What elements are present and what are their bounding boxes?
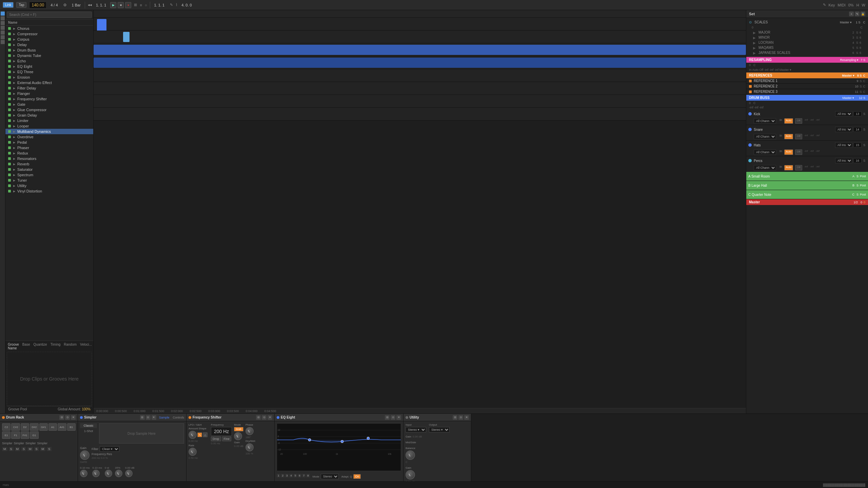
- sidebar-icon-session[interactable]: [1, 12, 5, 16]
- scale-play[interactable]: ▶: [753, 36, 756, 39]
- simpler-close[interactable]: ✕: [152, 415, 156, 420]
- return-header-a[interactable]: A Small Room A S Post: [746, 172, 868, 181]
- adaptq-toggle[interactable]: On: [353, 474, 361, 479]
- wave-sine[interactable]: ∿: [197, 432, 202, 437]
- track-off-btn[interactable]: Off: [795, 134, 802, 139]
- browser-item-vinyl-distortion[interactable]: ▶Vinyl Distortion: [5, 188, 93, 194]
- solo4-label[interactable]: S: [47, 447, 52, 451]
- wave-tri[interactable]: △: [203, 432, 208, 437]
- browser-item-overdrive[interactable]: ▶Overdrive: [5, 134, 93, 140]
- track-content-1[interactable]: [94, 30, 746, 43]
- filter-type-select[interactable]: Clean ▾: [100, 446, 119, 452]
- set-edit-icon[interactable]: ✎: [855, 12, 860, 16]
- pad-c2[interactable]: C2: [2, 423, 11, 431]
- session-icon[interactable]: ⊞: [134, 3, 137, 7]
- gain-knob[interactable]: [80, 450, 90, 460]
- browser-item-phaser[interactable]: ▶Phaser: [5, 145, 93, 150]
- eq-band-5[interactable]: 5: [294, 474, 297, 477]
- browser-item-resonators[interactable]: ▶Resonators: [5, 156, 93, 161]
- pad-d2[interactable]: D2: [21, 423, 29, 431]
- eq-close[interactable]: ✕: [396, 415, 401, 420]
- set-add-icon[interactable]: +: [849, 12, 854, 16]
- reference-row-reference-1[interactable]: REFERENCE 1 9 S C: [746, 78, 868, 84]
- balance-knob[interactable]: [406, 450, 415, 460]
- utility-hot[interactable]: ⊙: [458, 415, 463, 420]
- sidebar-icon-instruments[interactable]: [1, 26, 5, 30]
- eq-band-7[interactable]: 7: [302, 474, 305, 477]
- browser-item-filter-delay[interactable]: ▶Filter Delay: [5, 85, 93, 91]
- link-button[interactable]: Link: [3, 2, 14, 8]
- browser-item-delay[interactable]: ▶Delay: [5, 42, 93, 47]
- mute-label[interactable]: M: [2, 447, 7, 451]
- reference-row-reference-2[interactable]: REFERENCE 2 10 S C: [746, 84, 868, 89]
- gain-knob-fs[interactable]: [234, 432, 242, 440]
- eq-band-4[interactable]: 4: [289, 474, 293, 477]
- browser-item-multiband-dynamics[interactable]: ▶Multiband Dynamics: [5, 129, 93, 134]
- fine-btn[interactable]: Fine: [222, 436, 232, 441]
- browser-item-redux[interactable]: ▶Redux: [5, 150, 93, 156]
- scale-item-japanese-scales[interactable]: ▶ JAPANESE SCALES 6 S 6: [749, 50, 865, 55]
- mute2-label[interactable]: M: [15, 447, 20, 451]
- browser-item-external-audio-effect[interactable]: ▶External Audio Effect: [5, 80, 93, 85]
- eq-band-1[interactable]: 1: [277, 474, 280, 477]
- sidebar-icon-browser[interactable]: [1, 21, 5, 25]
- mute3-label[interactable]: M: [27, 447, 33, 451]
- track-routing-select[interactable]: All Ins: [835, 111, 852, 117]
- browser-item-looper[interactable]: ▶Looper: [5, 123, 93, 129]
- freq-shifter-fold[interactable]: ⊟: [256, 415, 261, 420]
- freq-shifter-close[interactable]: ✕: [268, 415, 272, 420]
- eq-band-8[interactable]: 8: [306, 474, 310, 477]
- track-content-4[interactable]: [94, 69, 746, 82]
- stop-button[interactable]: ■: [118, 2, 124, 8]
- controls-tab[interactable]: Controls: [173, 416, 184, 419]
- scale-play[interactable]: ▶: [753, 51, 756, 55]
- track-input-select[interactable]: All Chann: [754, 134, 776, 139]
- browser-item-echo[interactable]: ▶Echo: [5, 58, 93, 64]
- return-header-b[interactable]: B Large Hall B S Post: [746, 181, 868, 190]
- track-s[interactable]: S: [863, 127, 866, 131]
- arrow-back[interactable]: ◂◂: [88, 3, 92, 7]
- scale-item-locrian[interactable]: ▶ LOCRIAN 4 S 6: [749, 40, 865, 45]
- eq-mode-select[interactable]: Stereo: [321, 474, 339, 479]
- groove-tab-2[interactable]: Quantize: [33, 342, 48, 350]
- track-s[interactable]: S: [863, 112, 866, 116]
- pad-b1[interactable]: B1: [67, 423, 76, 431]
- track-mode-btn[interactable]: Auto: [784, 149, 793, 155]
- track-content-0[interactable]: [94, 18, 746, 30]
- track-header-hats[interactable]: Hats All Ins 15 S: [746, 141, 868, 149]
- solo-label[interactable]: S: [9, 447, 14, 451]
- scale-item-minor[interactable]: ▶ MINOR 3 S 6: [749, 35, 865, 40]
- pad-cs2[interactable]: C#2: [11, 423, 20, 431]
- track-input-select[interactable]: All Chann: [754, 149, 776, 155]
- browser-item-limiter[interactable]: ▶Limiter: [5, 118, 93, 123]
- track-header-snare[interactable]: Snare All Ins 14 S: [746, 125, 868, 134]
- browser-item-gate[interactable]: ▶Gate: [5, 102, 93, 107]
- browser-item-tuner[interactable]: ▶Tuner: [5, 178, 93, 183]
- groove-tab-4[interactable]: Random: [63, 342, 78, 350]
- scale-item-major[interactable]: ▶ MAJOR 2 S 6: [749, 30, 865, 35]
- groove-tab-1[interactable]: Base: [21, 342, 31, 350]
- utility-output-select[interactable]: Stereo ▾: [429, 427, 450, 432]
- freq-shifter-hot[interactable]: ⊙: [262, 415, 267, 420]
- simpler-fold[interactable]: ⊟: [140, 415, 145, 420]
- track-routing-select[interactable]: All Ins: [835, 158, 852, 163]
- browser-item-eq-eight[interactable]: ▶EQ Eight: [5, 64, 93, 69]
- simpler-drop-zone[interactable]: Drop Sample Here: [99, 423, 184, 444]
- detail-icon[interactable]: ○: [145, 3, 147, 7]
- sidebar-icon-arrange[interactable]: [1, 16, 5, 20]
- browser-item-grain-delay[interactable]: ▶Grain Delay: [5, 113, 93, 118]
- track-mode-btn[interactable]: Auto: [784, 165, 793, 170]
- drop-btn[interactable]: Drop: [211, 436, 221, 441]
- simpler-hot[interactable]: ⊙: [146, 415, 151, 420]
- midi-label[interactable]: MIDI: [838, 3, 846, 7]
- clip-3[interactable]: [94, 45, 746, 55]
- browser-item-pedal[interactable]: ▶Pedal: [5, 140, 93, 145]
- browser-item-chorus[interactable]: ▶Chorus: [5, 26, 93, 31]
- return-s[interactable]: S: [856, 184, 859, 187]
- track-header-kick[interactable]: Kick All Ins 13 S: [746, 109, 868, 118]
- utility-close[interactable]: ✕: [464, 415, 469, 420]
- track-off-btn[interactable]: Off: [795, 118, 802, 124]
- browser-item-saturator[interactable]: ▶Saturator: [5, 167, 93, 172]
- tap-button[interactable]: Tap: [16, 2, 26, 8]
- play-button[interactable]: ▶: [110, 2, 116, 8]
